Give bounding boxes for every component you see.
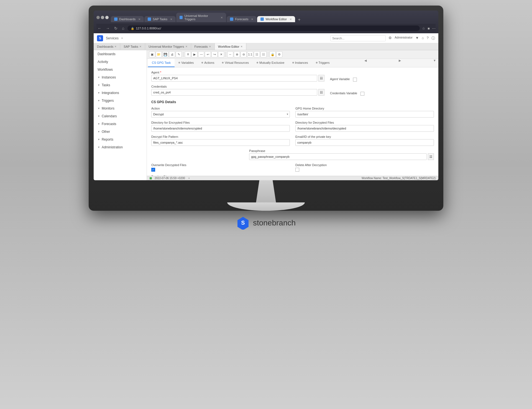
toolbar-edit-btn[interactable]: ✎ [176, 51, 182, 57]
browser-tab-forecasts[interactable]: Forecasts ✕ [227, 16, 257, 22]
dir-decrypted-input[interactable] [295, 125, 434, 132]
toolbar-save-btn[interactable]: 💾 [162, 51, 168, 57]
dir-encrypted-input[interactable] [151, 125, 290, 132]
app-tab-close-dashboards[interactable]: ✕ [114, 45, 117, 48]
toolbar-connect-btn[interactable]: ⸻ [198, 51, 204, 57]
email-key-input[interactable] [295, 139, 434, 146]
toolbar-redo-btn[interactable]: ↪ [211, 51, 218, 57]
home-button[interactable]: ⌂ [121, 26, 125, 31]
toolbar-lock-btn[interactable]: 🔒 [270, 51, 276, 57]
browser-tab-workflow[interactable]: Workflow Editor ✕ [257, 16, 295, 22]
toolbar-layout-btn[interactable]: ☷ [254, 51, 260, 57]
settings-icon[interactable]: ⚙ [388, 36, 392, 41]
minimize-button[interactable] [96, 16, 100, 19]
app-tab-workflow[interactable]: Workflow Editor ✕ [215, 43, 246, 50]
passphrase-select[interactable]: gpg_passphrase_companyb [249, 153, 427, 160]
gpg-home-input[interactable] [295, 111, 434, 118]
form-tab-actions[interactable]: Actions [198, 59, 218, 67]
action-select[interactable]: DecryptEncryptSignVerify [151, 111, 290, 118]
toolbar-print-btn[interactable]: 🖨 [169, 51, 175, 57]
browser-tab-dashboards[interactable]: Dashboards ✕ [111, 16, 144, 22]
form-tab-triggers[interactable]: Triggers [312, 59, 334, 67]
tab-close-icon[interactable]: ✕ [138, 18, 140, 21]
app-tab-sap[interactable]: SAP Tasks ✕ [120, 43, 145, 50]
global-search-input[interactable] [330, 35, 386, 41]
sidebar-item-triggers[interactable]: ▼ Triggers [94, 97, 147, 105]
sidebar-item-reports[interactable]: ▼ Reports [94, 136, 147, 143]
tab-next-arrow[interactable]: ▶ [398, 59, 402, 67]
toolbar-grid-btn[interactable]: ☷ [260, 51, 267, 57]
close-button[interactable] [105, 16, 109, 19]
sidebar-item-other[interactable]: ▼ Other [94, 128, 147, 136]
sidebar-item-activity[interactable]: Activity [94, 58, 147, 66]
toolbar-pointer-btn[interactable]: ▶ [191, 51, 198, 57]
sidebar-item-integrations[interactable]: ▼ Integrations [94, 89, 147, 97]
address-bar[interactable]: 🔒 127.0.0.1:8080/uc/ [127, 26, 420, 31]
sidebar-item-dashboards[interactable]: Dashboards [94, 50, 147, 58]
tab-prev-arrow[interactable]: ◀ [363, 59, 368, 67]
tab-close-icon-3[interactable]: ✕ [221, 16, 223, 19]
decrypt-pattern-input[interactable] [151, 139, 290, 146]
forward-button[interactable]: → [105, 26, 111, 31]
toolbar-zoom-fit-btn[interactable]: ↔ [227, 51, 233, 57]
sidebar-item-monitors[interactable]: ▼ Monitors [94, 105, 147, 112]
back-button[interactable]: ← [96, 26, 103, 31]
stand-neck [249, 180, 283, 202]
toolbar-open-btn[interactable]: 📁 [156, 51, 162, 57]
services-arrow: ▾ [121, 37, 123, 40]
credentials-variable-checkbox[interactable] [360, 92, 364, 96]
app-tab-close-sap[interactable]: ✕ [139, 45, 142, 48]
passphrase-browse-btn[interactable]: ☷ [428, 153, 434, 160]
delete-checkbox[interactable] [295, 168, 299, 172]
toolbar-zoom-100-btn[interactable]: 1:1 [247, 51, 253, 57]
browser-tab-sap[interactable]: SAP Tasks ✕ [144, 16, 176, 22]
tab-close-icon-2[interactable]: ✕ [170, 18, 172, 21]
tab-close-icon-4[interactable]: ✕ [251, 18, 253, 21]
agent-browse-btn[interactable]: ☷ [318, 75, 324, 82]
sidebar-item-forecasts[interactable]: ▼ Forecasts [94, 120, 147, 128]
tab-close-icon-5[interactable]: ✕ [290, 18, 292, 21]
sidebar-item-tasks[interactable]: ▼ Tasks [94, 81, 147, 89]
app-tab-dashboards[interactable]: Dashboards ✕ [94, 43, 120, 50]
sidebar-item-workflows[interactable]: Workflows [94, 66, 147, 73]
app-tab-close-workflow[interactable]: ✕ [241, 45, 243, 48]
toolbar-settings-btn[interactable]: ⚙ [276, 51, 282, 57]
app-tab-forecasts[interactable]: Forecasts ✕ [191, 43, 215, 50]
menu-icon[interactable]: ⋯ [432, 26, 436, 31]
sidebar-item-administration[interactable]: ▼ Administration [94, 143, 147, 151]
form-tab-variables[interactable]: Variables [175, 59, 198, 67]
toolbar-zoom-in-btn[interactable]: ⊕ [234, 51, 240, 57]
sidebar-arrow-other: ▼ [98, 130, 100, 133]
credentials-browse-btn[interactable]: ☷ [318, 89, 324, 96]
add-tab-button[interactable]: + [296, 17, 303, 22]
extensions-icon[interactable]: ■ [428, 26, 430, 31]
refresh-button[interactable]: ↻ [113, 26, 119, 31]
form-tab-mutually-exclusive[interactable]: Mutually Exclusive [253, 59, 288, 67]
toolbar-new-btn[interactable]: ▣ [149, 51, 155, 57]
form-tab-instances[interactable]: Instances [288, 59, 312, 67]
info-icon[interactable]: ⓘ [431, 36, 435, 41]
agent-select[interactable]: AGT_LINUX_PS4 [151, 75, 317, 82]
overwrite-checkbox[interactable]: ✓ [151, 168, 155, 172]
home-nav-icon[interactable]: ⌂ [422, 36, 424, 41]
toolbar-delete-btn[interactable]: ✕ [218, 51, 224, 57]
app-tab-close-monitor[interactable]: ✕ [185, 45, 188, 48]
form-tab-csgpg[interactable]: CS GPG Task [148, 59, 175, 67]
services-menu[interactable]: Services [106, 36, 119, 40]
toolbar-undo-btn[interactable]: ↩ [205, 51, 211, 57]
toolbar-cursor-btn[interactable]: ⇞ [185, 51, 191, 57]
status-arrow[interactable]: ▼ [188, 177, 190, 180]
credentials-select[interactable]: cred_os_ps4 [151, 89, 317, 96]
tab-more-arrow[interactable]: ▼ [432, 59, 437, 67]
toolbar-zoom-out-btn[interactable]: ⊖ [241, 51, 247, 57]
app-tab-monitor[interactable]: Universal Monitor Triggers ✕ [145, 43, 191, 50]
maximize-button[interactable] [101, 16, 104, 19]
sidebar-item-calendars[interactable]: ▼ Calendars [94, 112, 147, 120]
form-tab-virtual-resources[interactable]: Virtual Resources [218, 59, 253, 67]
help-icon[interactable]: ? [427, 36, 429, 41]
sidebar-item-instances[interactable]: ▼ Instances [94, 73, 147, 81]
app-tab-close-forecasts[interactable]: ✕ [209, 45, 211, 48]
browser-tab-monitor[interactable]: Universal Monitor Triggers ✕ [176, 13, 226, 22]
agent-variable-checkbox[interactable] [353, 78, 357, 82]
star-icon[interactable]: ☆ [422, 26, 425, 31]
